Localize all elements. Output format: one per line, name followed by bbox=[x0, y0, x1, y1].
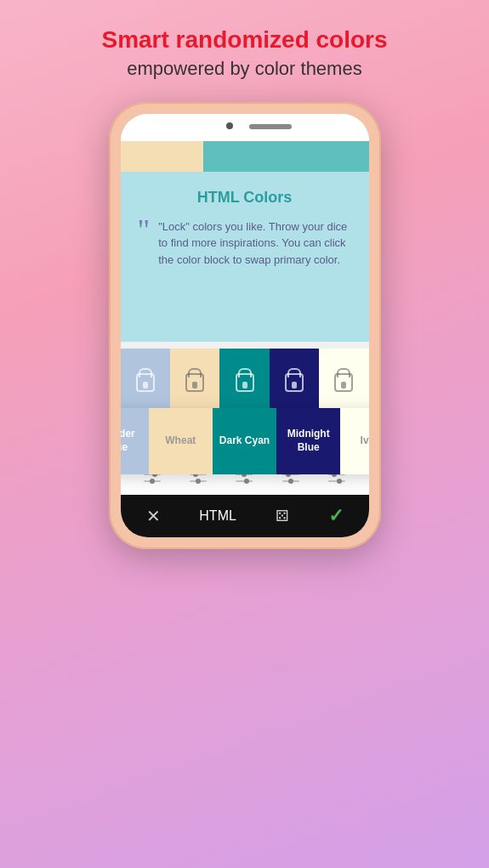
lock-icon-darkcyan bbox=[236, 373, 254, 392]
swatch-powder[interactable] bbox=[121, 349, 170, 417]
color-name-ivory[interactable]: Ivory bbox=[340, 408, 368, 474]
color-name-wheat[interactable]: Wheat bbox=[149, 408, 213, 474]
swatch-midnight[interactable] bbox=[270, 349, 319, 417]
screen-content: HTML Colors " "Lock" colors you like. Th… bbox=[121, 141, 369, 537]
color-name-darkcyan[interactable]: Dark Cyan bbox=[213, 408, 276, 474]
teal-strip bbox=[203, 141, 369, 172]
lock-icon-midnight bbox=[285, 373, 304, 392]
speaker-icon bbox=[249, 124, 292, 129]
sl3-line3 bbox=[236, 480, 253, 482]
bottom-action-bar: ✕ HTML ⚄ ✓ bbox=[121, 495, 369, 537]
header: Smart randomized colors empowered by col… bbox=[0, 0, 489, 94]
color-swatches-row[interactable] bbox=[121, 349, 369, 417]
color-names-strip: Powder Blue Wheat Dark Cyan Midnight Blu… bbox=[121, 408, 369, 474]
sl5-line3 bbox=[328, 480, 345, 482]
swatch-ivory[interactable] bbox=[319, 349, 368, 417]
lock-icon-ivory bbox=[334, 373, 353, 392]
wheat-strip bbox=[121, 141, 203, 172]
swatch-darkcyan[interactable] bbox=[219, 349, 269, 417]
theme-label: HTML bbox=[199, 508, 236, 524]
lock-icon-wheat bbox=[185, 373, 204, 392]
main-subtitle: empowered by color themes bbox=[17, 58, 472, 80]
phone-frame: HTML Colors " "Lock" colors you like. Th… bbox=[109, 102, 381, 549]
confirm-button[interactable]: ✓ bbox=[328, 505, 344, 527]
phone-screen: HTML Colors " "Lock" colors you like. Th… bbox=[121, 114, 369, 537]
cancel-button[interactable]: ✕ bbox=[146, 506, 161, 526]
lock-icon-powder bbox=[136, 373, 155, 392]
main-title: Smart randomized colors bbox=[17, 26, 472, 54]
sl4-line3 bbox=[282, 480, 299, 482]
swatch-wheat[interactable] bbox=[170, 349, 219, 417]
dice-icon[interactable]: ⚄ bbox=[276, 507, 289, 525]
camera-icon bbox=[226, 122, 233, 129]
color-top-strip bbox=[121, 141, 369, 172]
main-card: HTML Colors " "Lock" colors you like. Th… bbox=[121, 172, 369, 342]
color-name-midnight[interactable]: Midnight Blue bbox=[276, 408, 340, 474]
quote-text: "Lock" colors you like. Throw your dice … bbox=[158, 218, 351, 269]
card-quote: " "Lock" colors you like. Throw your dic… bbox=[138, 218, 352, 269]
phone-mockup: HTML Colors " "Lock" colors you like. Th… bbox=[109, 102, 381, 549]
screen-separator bbox=[121, 342, 369, 349]
quote-mark-icon: " bbox=[138, 215, 151, 246]
phone-status-bar bbox=[121, 114, 369, 141]
color-name-powder[interactable]: Powder Blue bbox=[121, 408, 149, 474]
sl1-line3 bbox=[144, 480, 161, 482]
card-title: HTML Colors bbox=[138, 189, 352, 207]
sl2-line3 bbox=[190, 480, 207, 482]
